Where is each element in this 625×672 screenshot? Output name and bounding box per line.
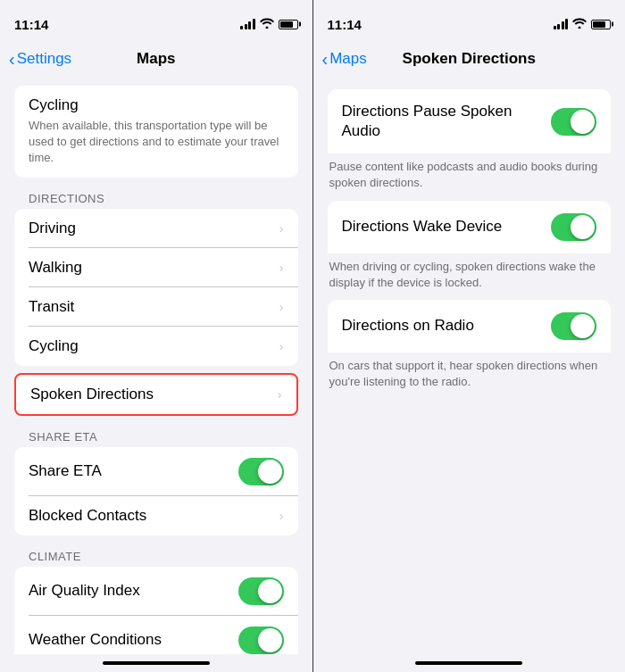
right-nav-title: Spoken Directions xyxy=(403,50,536,68)
left-battery-icon xyxy=(279,20,298,29)
radio-toggle[interactable] xyxy=(551,312,596,340)
left-back-button[interactable]: ‹ Settings xyxy=(9,50,71,68)
air-quality-label: Air Quality Index xyxy=(29,582,140,600)
right-signal-icon xyxy=(554,19,569,29)
pause-audio-toggle[interactable] xyxy=(551,108,596,136)
right-wifi-icon xyxy=(572,18,587,31)
radio-group: Directions on Radio xyxy=(328,300,612,353)
right-back-button[interactable]: ‹ Maps xyxy=(322,50,367,68)
right-content: Directions Pause Spoken Audio Pause cont… xyxy=(313,79,626,654)
wake-device-desc-container: When driving or cycling, spoken directio… xyxy=(328,253,612,300)
weather-conditions-right xyxy=(238,626,284,654)
wake-device-label: Directions Wake Device xyxy=(342,217,552,236)
left-content: Cycling When available, this transportat… xyxy=(0,79,312,654)
left-time: 11:14 xyxy=(14,17,48,32)
blocked-contacts-item[interactable]: Blocked Contacts › xyxy=(14,496,298,535)
cycling-directions-right: › xyxy=(279,339,284,353)
radio-right xyxy=(551,312,596,340)
spoken-directions-right: › xyxy=(278,387,282,402)
climate-group: Air Quality Index Weather Conditions xyxy=(14,567,298,654)
left-back-chevron-icon: ‹ xyxy=(9,50,15,68)
wake-device-item[interactable]: Directions Wake Device xyxy=(328,201,612,253)
directions-group: Driving › Walking › Transit › Cycling xyxy=(14,209,298,366)
pause-audio-toggle-knob xyxy=(571,110,595,134)
cycling-description: When available, this transportation type… xyxy=(29,118,284,167)
wake-device-group: Directions Wake Device xyxy=(328,201,612,253)
right-back-label: Maps xyxy=(329,50,367,68)
left-home-indicator xyxy=(103,661,210,665)
right-panel: 11:14 ‹ Maps Spo xyxy=(313,0,626,672)
blocked-contacts-right: › xyxy=(279,509,284,523)
directions-section-header: DIRECTIONS xyxy=(0,185,312,209)
air-quality-toggle[interactable] xyxy=(238,577,284,605)
wake-device-description: When driving or cycling, spoken directio… xyxy=(328,259,612,291)
radio-label: Directions on Radio xyxy=(342,316,552,336)
cycling-directions-item[interactable]: Cycling › xyxy=(14,327,298,366)
spoken-directions-chevron-icon: › xyxy=(278,387,282,402)
left-nav-title: Maps xyxy=(137,50,175,68)
spoken-directions-highlighted[interactable]: Spoken Directions › xyxy=(14,373,298,416)
pause-audio-right xyxy=(551,108,596,136)
radio-item[interactable]: Directions on Radio xyxy=(328,300,612,353)
share-eta-right xyxy=(238,458,284,485)
air-quality-right xyxy=(238,577,284,605)
cycling-directions-chevron-icon: › xyxy=(279,339,284,353)
walking-label: Walking xyxy=(29,259,82,277)
right-back-chevron-icon: ‹ xyxy=(322,50,329,68)
left-back-label: Settings xyxy=(17,50,71,68)
right-home-indicator xyxy=(415,661,522,665)
cycling-directions-label: Cycling xyxy=(29,337,79,355)
left-status-icons xyxy=(240,18,298,31)
blocked-contacts-chevron-icon: › xyxy=(279,509,284,523)
radio-description: On cars that support it, hear spoken dir… xyxy=(328,358,612,390)
walking-right: › xyxy=(279,261,284,275)
weather-conditions-label: Weather Conditions xyxy=(29,631,162,649)
pause-audio-desc-container: Pause content like podcasts and audio bo… xyxy=(328,153,612,200)
wake-device-right xyxy=(551,213,596,241)
left-status-bar: 11:14 xyxy=(0,0,312,39)
share-eta-item[interactable]: Share ETA xyxy=(14,447,298,496)
pause-audio-description: Pause content like podcasts and audio bo… xyxy=(328,159,612,191)
share-eta-toggle-knob xyxy=(258,460,282,484)
cycling-section: Cycling When available, this transportat… xyxy=(14,86,298,178)
driving-label: Driving xyxy=(29,220,76,237)
right-nav-bar: ‹ Maps Spoken Directions xyxy=(313,39,626,79)
right-time: 11:14 xyxy=(328,17,362,32)
transit-chevron-icon: › xyxy=(279,300,284,314)
spoken-directions-label: Spoken Directions xyxy=(30,386,154,403)
right-battery-icon xyxy=(591,20,611,29)
left-signal-icon xyxy=(240,19,255,29)
pause-audio-label: Directions Pause Spoken Audio xyxy=(342,102,552,141)
transit-label: Transit xyxy=(29,298,74,316)
air-quality-item[interactable]: Air Quality Index xyxy=(14,567,298,616)
share-eta-group: Share ETA Blocked Contacts › xyxy=(14,447,298,535)
left-panel: 11:14 ‹ Settings xyxy=(0,0,312,672)
radio-toggle-knob xyxy=(571,314,595,338)
transit-right: › xyxy=(279,300,284,314)
spoken-directions-item[interactable]: Spoken Directions › xyxy=(16,375,296,414)
left-nav-bar: ‹ Settings Maps xyxy=(0,39,312,79)
wake-device-toggle[interactable] xyxy=(551,213,596,241)
weather-conditions-toggle-knob xyxy=(258,628,282,652)
radio-desc-container: On cars that support it, hear spoken dir… xyxy=(328,353,612,399)
right-status-bar: 11:14 xyxy=(313,0,626,39)
share-eta-section-header: SHARE ETA xyxy=(0,423,312,447)
transit-item[interactable]: Transit › xyxy=(14,287,298,327)
share-eta-toggle[interactable] xyxy=(238,458,284,485)
climate-section-header: CLIMATE xyxy=(0,543,312,567)
pause-audio-group: Directions Pause Spoken Audio xyxy=(328,89,612,153)
driving-right: › xyxy=(279,221,284,236)
driving-chevron-icon: › xyxy=(279,221,284,236)
driving-item[interactable]: Driving › xyxy=(14,209,298,248)
left-wifi-icon xyxy=(260,18,274,31)
wake-device-toggle-knob xyxy=(571,215,595,239)
weather-conditions-item[interactable]: Weather Conditions xyxy=(14,616,298,654)
pause-audio-item[interactable]: Directions Pause Spoken Audio xyxy=(328,89,612,153)
walking-item[interactable]: Walking › xyxy=(14,248,298,287)
share-eta-label: Share ETA xyxy=(29,462,102,480)
weather-conditions-toggle[interactable] xyxy=(238,626,284,654)
cycling-title: Cycling xyxy=(29,96,284,114)
walking-chevron-icon: › xyxy=(279,261,284,275)
blocked-contacts-label: Blocked Contacts xyxy=(29,507,146,525)
right-status-icons xyxy=(554,18,612,31)
